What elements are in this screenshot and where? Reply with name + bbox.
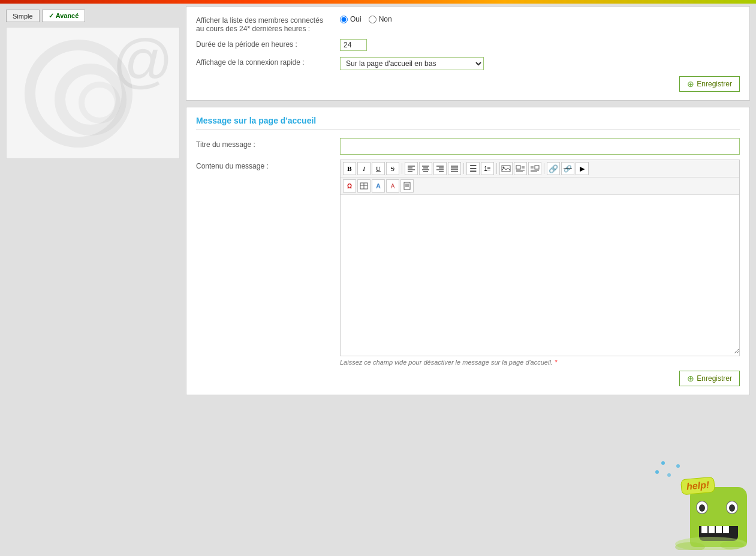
toolbar-align-justify[interactable]: [448, 162, 461, 175]
show-members-control: Oui Non: [340, 15, 740, 23]
oui-radio-label[interactable]: Oui: [340, 15, 362, 23]
editor-wrapper: B I U S: [340, 160, 740, 356]
save-button-2[interactable]: ⊕ Enregistrer: [679, 371, 740, 386]
tab-simple[interactable]: Simple: [6, 10, 40, 22]
hint-text-content: Laissez ce champ vide pour désactiver le…: [340, 359, 553, 366]
title-input[interactable]: [340, 138, 740, 155]
quick-connect-row: Affichage de la connexion rapide : Sur l…: [196, 57, 740, 70]
title-field-control: [340, 138, 740, 155]
quick-connect-select[interactable]: Sur la page d'accueil en bas Sur la page…: [340, 57, 484, 70]
duration-row: Durée de la période en heures :: [196, 39, 740, 51]
quick-connect-control: Sur la page d'accueil en bas Sur la page…: [340, 57, 740, 70]
members-settings-section: Afficher la liste des membres connectésa…: [186, 6, 750, 101]
toolbar-strikethrough[interactable]: S: [386, 162, 399, 175]
show-members-radio-group: Oui Non: [340, 15, 740, 23]
title-field-label: Titre du message :: [196, 138, 340, 149]
page-background: Simple ✓Avancé @: [0, 0, 756, 556]
blue-dots: [654, 460, 684, 492]
toolbar-special-chars[interactable]: Ω: [343, 179, 356, 193]
hint-asterisk: *: [555, 359, 557, 366]
non-radio[interactable]: [369, 16, 377, 23]
svg-point-41: [720, 541, 744, 549]
toolbar-ol[interactable]: 1≡: [481, 162, 494, 175]
toolbar-align-right[interactable]: [433, 162, 447, 175]
toolbar-row-2: Ω A A: [341, 178, 739, 195]
toolbar-sep-2: [463, 163, 464, 174]
toolbar-sep-4: [544, 163, 544, 174]
hint-text: Laissez ce champ vide pour désactiver le…: [340, 359, 740, 366]
show-members-row: Afficher la liste des membres connectésa…: [196, 15, 740, 33]
spiral-deco: @: [112, 31, 173, 91]
tab-buttons: Simple ✓Avancé: [6, 10, 180, 22]
toolbar-media[interactable]: ▶: [576, 162, 589, 175]
message-section-title: Message sur la page d'accueil: [196, 116, 740, 130]
monster-eye-left: [696, 501, 708, 514]
svg-rect-18: [516, 166, 520, 169]
duration-control: [340, 39, 740, 51]
message-section: Message sur la page d'accueil Titre du m…: [186, 107, 750, 395]
monster-eye-right: [726, 501, 738, 514]
toolbar-ul[interactable]: ☰: [466, 162, 480, 175]
duration-input[interactable]: [340, 39, 367, 51]
svg-rect-16: [502, 166, 510, 172]
toolbar-img-right[interactable]: [528, 162, 541, 175]
show-members-label: Afficher la liste des membres connectésa…: [196, 15, 340, 33]
svg-point-35: [655, 470, 659, 474]
toolbar-font[interactable]: A: [372, 179, 385, 193]
toolbar-img-left[interactable]: [514, 162, 527, 175]
toolbar-align-center[interactable]: [419, 162, 432, 175]
toolbar-bold[interactable]: B: [343, 162, 356, 175]
save-icon-1: ⊕: [687, 79, 694, 89]
left-decorative-area: @: [6, 27, 180, 159]
toolbar-document[interactable]: [400, 179, 414, 193]
toolbar-underline[interactable]: U: [372, 162, 385, 175]
toolbar-sep-1: [402, 163, 402, 174]
oui-label: Oui: [350, 15, 362, 23]
save-row-1: ⊕ Enregistrer: [196, 76, 740, 92]
splatter: [672, 514, 750, 550]
content-editor[interactable]: [341, 195, 739, 354]
content-label: Contenu du message :: [196, 160, 340, 170]
non-radio-label[interactable]: Non: [369, 15, 392, 23]
toolbar-sep-3: [496, 163, 497, 174]
content-area: Simple ✓Avancé @: [0, 4, 756, 407]
toolbar-row-1: B I U S: [341, 160, 739, 178]
left-sidebar: Simple ✓Avancé @: [0, 4, 186, 407]
title-field-row: Titre du message :: [196, 138, 740, 155]
toolbar-table[interactable]: [357, 179, 371, 193]
quick-connect-label: Affichage de la connexion rapide :: [196, 57, 340, 67]
svg-rect-31: [404, 182, 410, 190]
svg-rect-23: [535, 166, 539, 169]
toolbar-align-left[interactable]: [405, 162, 418, 175]
svg-point-36: [661, 461, 665, 465]
toolbar-unlink[interactable]: 🔗: [561, 162, 574, 175]
content-field-row: Contenu du message : B I U S: [196, 160, 740, 366]
right-content: Afficher la liste des membres connectésa…: [186, 4, 756, 407]
toolbar-italic[interactable]: I: [357, 162, 371, 175]
svg-point-38: [676, 464, 680, 468]
save-button-1[interactable]: ⊕ Enregistrer: [679, 76, 740, 92]
non-label: Non: [379, 15, 392, 23]
tab-avance[interactable]: ✓Avancé: [42, 10, 86, 22]
help-label: help!: [680, 477, 715, 495]
oui-radio[interactable]: [340, 16, 348, 23]
check-icon: ✓: [49, 12, 54, 19]
duration-label: Durée de la période en heures :: [196, 39, 340, 49]
save-label-2: Enregistrer: [697, 374, 732, 383]
help-section[interactable]: help!: [654, 460, 750, 550]
toolbar-link[interactable]: 🔗: [547, 162, 560, 175]
save-row-2: ⊕ Enregistrer: [196, 371, 740, 386]
content-control: B I U S: [340, 160, 740, 366]
toolbar-font-size[interactable]: A: [386, 179, 399, 193]
toolbar-img[interactable]: [499, 162, 513, 175]
save-icon-2: ⊕: [687, 374, 694, 383]
svg-point-37: [667, 473, 671, 477]
save-label-1: Enregistrer: [697, 80, 732, 88]
